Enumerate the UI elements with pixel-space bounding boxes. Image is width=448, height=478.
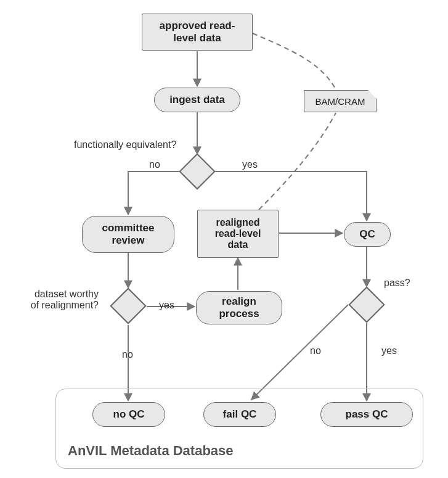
decision-dataset-worthy	[110, 287, 147, 324]
edge-label-no-1: no	[149, 159, 160, 170]
node-realigned-read-level-data: realigned read-level data	[197, 210, 279, 258]
edge-label-no-2: no	[122, 349, 133, 360]
node-realign-process: realign process	[196, 291, 282, 324]
node-ingest-data: ingest data	[154, 88, 240, 112]
decision-pass	[348, 286, 385, 323]
label-pass: pass?	[384, 278, 410, 289]
edge-label-no-3: no	[310, 345, 321, 356]
edge-label-yes-1: yes	[242, 159, 258, 170]
edge-label-yes-3: yes	[381, 345, 397, 356]
label-functionally-equivalent: functionally equivalent?	[74, 139, 176, 150]
node-approved-read-level-data: approved read- level data	[142, 14, 253, 51]
note-bam-cram: BAM/CRAM	[304, 90, 377, 112]
node-qc: QC	[344, 222, 391, 247]
node-pass-qc: pass QC	[320, 402, 413, 427]
node-committee-review: committee review	[82, 216, 174, 253]
container-title: AnVIL Metadata Database	[68, 443, 234, 459]
decision-functionally-equivalent	[179, 153, 216, 190]
label-dataset-worthy: dataset worthy of realignment?	[18, 289, 99, 311]
node-no-qc: no QC	[92, 402, 165, 427]
edge-label-yes-2: yes	[159, 300, 174, 311]
node-fail-qc: fail QC	[203, 402, 276, 427]
